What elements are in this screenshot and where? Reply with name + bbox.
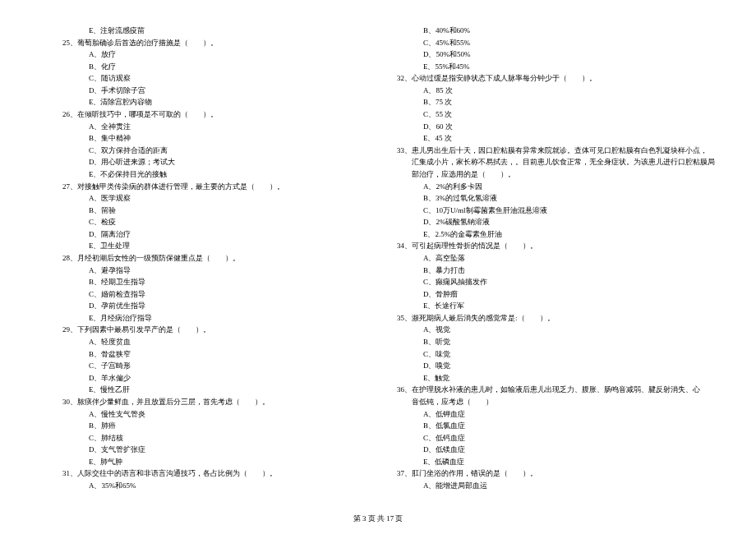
option: E、慢性乙肝 (66, 384, 343, 396)
option: B、肺癌 (66, 420, 343, 432)
option: A、85 次 (400, 85, 715, 97)
option: A、医学观察 (66, 192, 343, 205)
question-stem: 32、心动过缓是指安静状态下成人脉率每分钟少于（ ）。 (397, 72, 715, 85)
option: E、长途行军 (400, 300, 715, 312)
question-stem-cont: 汇集成小片，家长称不易拭去，。目前患儿饮食正常，无全身症状。为该患儿进行口腔粘膜… (400, 156, 715, 168)
option: D、嗅觉 (400, 360, 715, 372)
question-stem: 27、对接触甲类传染病的群体进行管理，最主要的方式是（ ）。 (62, 181, 343, 193)
option: E、月经病治疗指导 (66, 312, 343, 325)
option: E、2.5%的金霉素鱼肝油 (400, 228, 715, 241)
option: E、55%和45% (400, 61, 715, 73)
option: E、注射流感疫苗 (66, 25, 343, 37)
option: C、10万U/ml制霉菌素鱼肝油混悬溶液 (400, 205, 715, 217)
option: A、慢性支气管炎 (66, 408, 343, 421)
option: B、40%和60% (400, 25, 715, 37)
option: C、随访观察 (66, 72, 343, 85)
option: C、45%和55% (400, 37, 715, 49)
option: D、羊水偏少 (66, 372, 343, 384)
option: E、清除宫腔内容物 (66, 96, 343, 108)
option: D、60 次 (400, 121, 715, 133)
option: E、不必保持目光的接触 (66, 168, 343, 181)
question-stem-cont: 音低钝，应考虑（ ） (400, 396, 715, 408)
question-stem-cont: 部治疗，应选用的是（ ）。 (400, 168, 715, 181)
option: A、轻度贫血 (66, 336, 343, 348)
option: E、触觉 (400, 372, 715, 384)
option: D、支气管扩张症 (66, 444, 343, 456)
question-stem: 28、月经初潮后女性的一级预防保健重点是（ ）。 (62, 252, 343, 265)
option: B、骨盆狭窄 (66, 348, 343, 361)
option: A、35%和65% (66, 480, 343, 492)
question-stem: 31、人际交往中的语言和非语言沟通技巧，各占比例为（ ）。 (62, 467, 343, 480)
question-stem: 30、脓痰伴少量鲜血，并且放置后分三层，首先考虑（ ）。 (62, 396, 343, 408)
option: E、卫生处理 (66, 240, 343, 252)
option: A、2%的利多卡因 (400, 181, 715, 193)
option: D、骨肿瘤 (400, 288, 715, 301)
question-stem: 36、在护理脱水补液的患儿时，如输液后患儿出现乏力、腹胀、肠鸣音减弱、腱反射消失… (397, 384, 715, 396)
option: D、孕前优生指导 (66, 300, 343, 312)
option: A、高空坠落 (400, 252, 715, 265)
option: E、低磷血症 (400, 456, 715, 468)
option: D、隔离治疗 (66, 228, 343, 241)
option: B、低氯血症 (400, 420, 715, 432)
option: C、检疫 (66, 216, 343, 228)
option: C、癫痫风抽搐发作 (400, 276, 715, 288)
option: C、双方保持合适的距离 (66, 145, 343, 157)
option: B、暴力打击 (400, 265, 715, 277)
option: A、全神贯注 (66, 121, 343, 133)
option: E、45 次 (400, 132, 715, 145)
option: B、3%的过氧化氢溶液 (400, 192, 715, 205)
option: B、听觉 (400, 336, 715, 348)
option: B、集中精神 (66, 132, 343, 145)
option: B、化疗 (66, 61, 343, 73)
option: B、留验 (66, 205, 343, 217)
option: D、手术切除子宫 (66, 85, 343, 97)
option: D、用心听进来源；考试大 (66, 156, 343, 168)
option: C、肺结核 (66, 432, 343, 444)
option: B、经期卫生指导 (66, 276, 343, 288)
option: C、婚前检查指导 (66, 288, 343, 301)
question-stem: 26、在倾听技巧中，哪项是不可取的（ ）。 (62, 108, 343, 121)
option: D、50%和50% (400, 48, 715, 61)
option: C、低钙血症 (400, 432, 715, 444)
option: A、避孕指导 (66, 265, 343, 277)
option: E、肺气肿 (66, 456, 343, 468)
option: A、能增进局部血运 (400, 480, 715, 492)
option: C、55 次 (400, 108, 715, 121)
question-stem: 35、濒死期病人最后消失的感觉常是:（ ）。 (397, 312, 715, 325)
option: D、低镁血症 (400, 444, 715, 456)
option: B、75 次 (400, 96, 715, 108)
question-stem: 25、葡萄胎确诊后首选的治疗措施是（ ）。 (62, 37, 343, 49)
question-stem: 33、患儿男出生后十天，因口腔粘膜有异常来院就诊。查体可见口腔粘膜有白色乳凝块样… (397, 145, 715, 157)
option: A、低钾血症 (400, 408, 715, 421)
option: C、子宫畸形 (66, 360, 343, 372)
option: A、视觉 (400, 324, 715, 336)
option: A、放疗 (66, 48, 343, 61)
page-footer: 第 3 页 共 17 页 (0, 513, 756, 524)
option: D、2%碳酸氢钠溶液 (400, 216, 715, 228)
question-stem: 29、下列因素中最易引发早产的是（ ）。 (62, 324, 343, 336)
question-stem: 37、肛门坐浴的作用，错误的是（ ）。 (397, 467, 715, 480)
question-stem: 34、可引起病理性骨折的情况是（ ）。 (397, 240, 715, 252)
option: C、味觉 (400, 348, 715, 361)
